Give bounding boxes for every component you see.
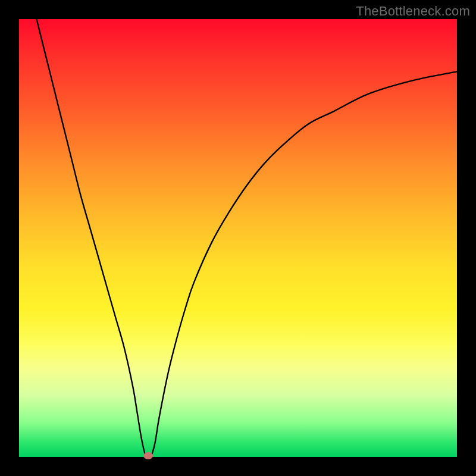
curve-svg — [19, 19, 457, 457]
watermark-text: TheBottleneck.com — [356, 4, 470, 19]
plot-area — [19, 19, 457, 457]
bottleneck-curve — [36, 19, 457, 459]
chart-frame: TheBottleneck.com — [0, 0, 476, 476]
minimum-marker — [143, 452, 153, 459]
